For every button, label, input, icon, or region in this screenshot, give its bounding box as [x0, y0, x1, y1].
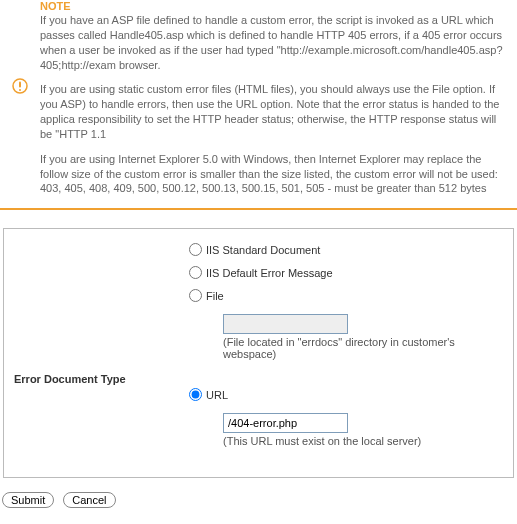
file-input[interactable]	[223, 314, 348, 334]
note-text: If you have an ASP file defined to handl…	[40, 13, 511, 196]
radio-iis-default[interactable]	[189, 266, 202, 279]
cancel-button[interactable]: Cancel	[63, 492, 115, 508]
option-label: File	[206, 290, 224, 302]
button-bar: Submit Cancel	[0, 488, 517, 514]
option-label: IIS Standard Document	[206, 244, 320, 256]
note-paragraph: If you have an ASP file defined to handl…	[40, 13, 511, 72]
radio-file[interactable]	[189, 289, 202, 302]
file-hint: (File located in "errdocs" directory in …	[223, 336, 503, 360]
option-url[interactable]: URL	[189, 388, 503, 401]
note-title: NOTE	[40, 0, 511, 12]
url-input[interactable]	[223, 413, 348, 433]
submit-button[interactable]: Submit	[2, 492, 54, 508]
error-document-panel: Error Document Type IIS Standard Documen…	[3, 228, 514, 478]
radio-url[interactable]	[189, 388, 202, 401]
option-iis-standard[interactable]: IIS Standard Document	[189, 243, 503, 256]
warning-icon	[12, 78, 28, 94]
note-box: NOTE If you have an ASP file defined to …	[0, 0, 517, 210]
option-file[interactable]: File	[189, 289, 503, 302]
url-hint: (This URL must exist on the local server…	[223, 435, 503, 447]
note-paragraph: If you are using static custom error fil…	[40, 82, 511, 141]
note-paragraph: If you are using Internet Explorer 5.0 w…	[40, 152, 511, 197]
options-column: IIS Standard Document IIS Default Error …	[189, 243, 503, 447]
svg-rect-2	[19, 89, 21, 91]
svg-rect-1	[19, 82, 21, 88]
radio-iis-standard[interactable]	[189, 243, 202, 256]
option-label: URL	[206, 389, 228, 401]
section-label: Error Document Type	[14, 243, 189, 447]
option-label: IIS Default Error Message	[206, 267, 333, 279]
option-iis-default[interactable]: IIS Default Error Message	[189, 266, 503, 279]
